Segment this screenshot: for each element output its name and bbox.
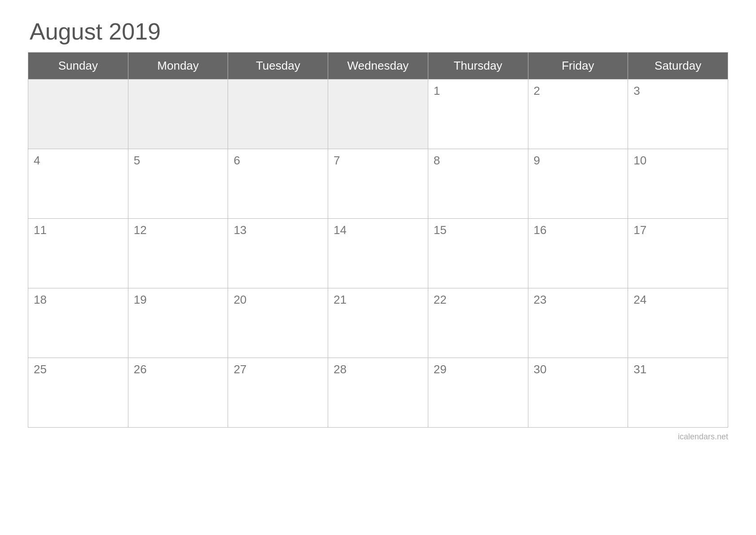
calendar-cell (28, 80, 128, 149)
calendar-cell: 25 (28, 358, 128, 428)
calendar-cell: 10 (628, 149, 728, 219)
calendar-cell: 15 (428, 219, 528, 288)
day-number: 12 (134, 223, 223, 237)
day-header-sunday: Sunday (28, 53, 128, 80)
calendar-footer: icalendars.net (28, 432, 728, 442)
day-number: 22 (434, 293, 523, 307)
calendar-cell: 8 (428, 149, 528, 219)
day-number: 27 (233, 363, 322, 376)
calendar-cell: 31 (628, 358, 728, 428)
day-number: 6 (233, 154, 322, 168)
day-number: 10 (633, 154, 722, 168)
calendar-cell: 20 (228, 288, 328, 358)
calendar-title: August 2019 (28, 18, 728, 45)
week-row-1: 123 (28, 80, 728, 149)
day-number: 29 (434, 363, 523, 376)
calendar-wrapper: August 2019 SundayMondayTuesdayWednesday… (28, 18, 728, 442)
calendar-cell: 18 (28, 288, 128, 358)
day-number: 4 (34, 154, 123, 168)
week-row-2: 45678910 (28, 149, 728, 219)
calendar-cell: 11 (28, 219, 128, 288)
day-number: 16 (534, 223, 623, 237)
day-header-saturday: Saturday (628, 53, 728, 80)
day-number: 5 (134, 154, 223, 168)
day-number: 20 (233, 293, 322, 307)
day-number: 18 (34, 293, 123, 307)
calendar-cell: 26 (128, 358, 228, 428)
day-number: 1 (434, 84, 523, 98)
day-number: 15 (434, 223, 523, 237)
calendar-cell: 27 (228, 358, 328, 428)
calendar-cell: 1 (428, 80, 528, 149)
day-number: 2 (534, 84, 623, 98)
calendar-cell: 5 (128, 149, 228, 219)
day-header-wednesday: Wednesday (328, 53, 428, 80)
calendar-cell: 24 (628, 288, 728, 358)
day-number: 7 (334, 154, 422, 168)
calendar-cell: 14 (328, 219, 428, 288)
calendar-cell: 17 (628, 219, 728, 288)
day-number: 9 (534, 154, 623, 168)
calendar-cell: 21 (328, 288, 428, 358)
day-header-friday: Friday (528, 53, 628, 80)
calendar-cell: 30 (528, 358, 628, 428)
calendar-cell: 7 (328, 149, 428, 219)
day-number: 25 (34, 363, 123, 376)
calendar-cell: 12 (128, 219, 228, 288)
week-row-3: 11121314151617 (28, 219, 728, 288)
day-number: 17 (633, 223, 722, 237)
calendar-cell: 4 (28, 149, 128, 219)
day-number: 19 (134, 293, 223, 307)
calendar-cell (328, 80, 428, 149)
calendar-table: SundayMondayTuesdayWednesdayThursdayFrid… (28, 52, 728, 428)
calendar-cell (228, 80, 328, 149)
day-number: 23 (534, 293, 623, 307)
day-header-thursday: Thursday (428, 53, 528, 80)
day-number: 8 (434, 154, 523, 168)
calendar-cell: 2 (528, 80, 628, 149)
calendar-cell: 29 (428, 358, 528, 428)
day-number: 14 (334, 223, 422, 237)
calendar-cell: 19 (128, 288, 228, 358)
calendar-cell: 3 (628, 80, 728, 149)
calendar-cell: 13 (228, 219, 328, 288)
day-number: 26 (134, 363, 223, 376)
day-number: 31 (633, 363, 722, 376)
days-header-row: SundayMondayTuesdayWednesdayThursdayFrid… (28, 53, 728, 80)
calendar-cell (128, 80, 228, 149)
day-header-tuesday: Tuesday (228, 53, 328, 80)
week-row-5: 25262728293031 (28, 358, 728, 428)
day-number: 21 (334, 293, 422, 307)
day-number: 11 (34, 223, 123, 237)
day-number: 13 (233, 223, 322, 237)
calendar-cell: 6 (228, 149, 328, 219)
day-number: 24 (633, 293, 722, 307)
day-header-monday: Monday (128, 53, 228, 80)
calendar-cell: 28 (328, 358, 428, 428)
calendar-cell: 9 (528, 149, 628, 219)
calendar-cell: 23 (528, 288, 628, 358)
calendar-cell: 16 (528, 219, 628, 288)
calendar-cell: 22 (428, 288, 528, 358)
week-row-4: 18192021222324 (28, 288, 728, 358)
day-number: 30 (534, 363, 623, 376)
day-number: 28 (334, 363, 422, 376)
day-number: 3 (633, 84, 722, 98)
